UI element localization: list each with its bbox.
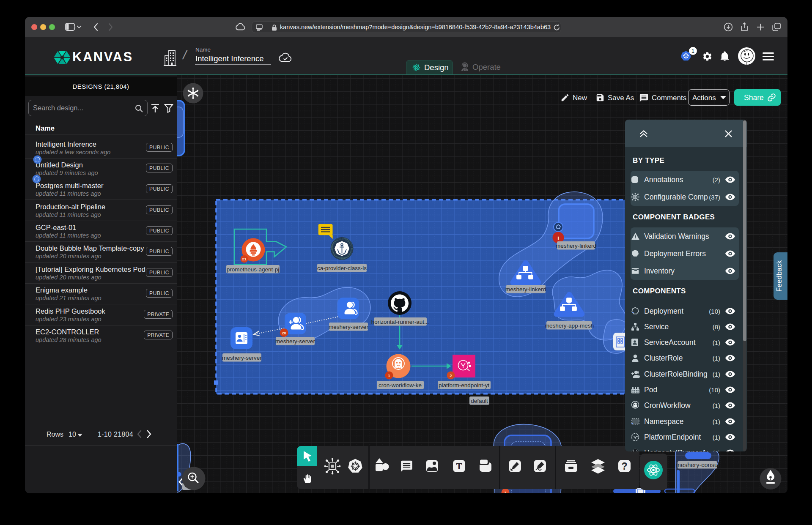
svg-text:meshery-server: meshery-server: [275, 338, 315, 345]
svg-text:meshery-linkerd: meshery-linkerd: [556, 243, 596, 249]
svg-text:default: default: [471, 398, 488, 404]
svg-text:1: 1: [388, 373, 390, 378]
svg-text:meshery-app-mesh: meshery-app-mesh: [545, 323, 594, 329]
svg-text:i: i: [557, 235, 559, 241]
svg-text:horizontal-runner-aut...: horizontal-runner-aut...: [371, 319, 429, 325]
svg-text:20: 20: [282, 331, 286, 335]
svg-text:2: 2: [450, 373, 452, 378]
svg-text:prometheus-agent-pj: prometheus-agent-pj: [227, 266, 280, 273]
svg-text:cron-workflow-ke: cron-workflow-ke: [379, 382, 422, 388]
svg-text:meshery-server: meshery-server: [222, 355, 262, 361]
svg-text:1: 1: [504, 490, 507, 493]
svg-text:T: T: [456, 461, 462, 471]
svg-text:meshery-server: meshery-server: [329, 324, 368, 330]
svg-text:21: 21: [242, 257, 247, 261]
svg-text:meshery-linkerd: meshery-linkerd: [505, 286, 546, 293]
svg-text:?: ?: [621, 461, 627, 472]
svg-text:ca-provider-class-ls: ca-provider-class-ls: [317, 265, 367, 271]
svg-text:meshery-consul: meshery-consul: [676, 462, 719, 468]
svg-text:platform-endpoint-yt: platform-endpoint-yt: [439, 382, 489, 388]
